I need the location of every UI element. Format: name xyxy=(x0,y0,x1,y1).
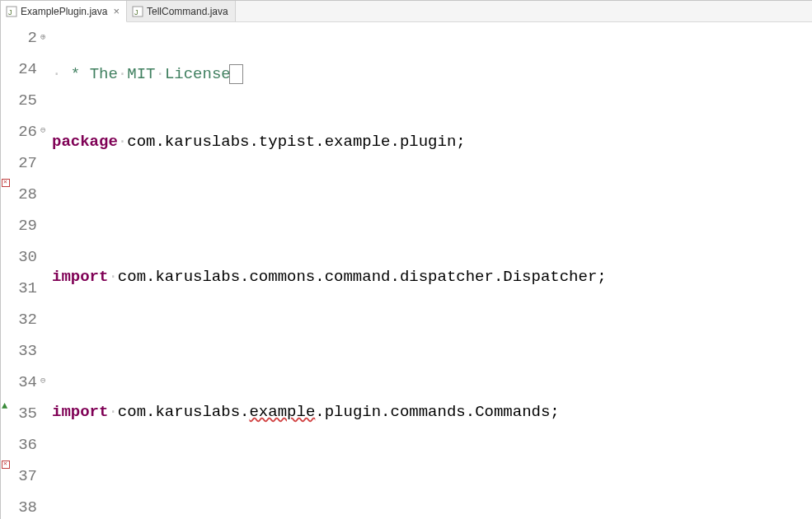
line-number: 32 xyxy=(12,304,37,335)
line-number: 34 xyxy=(12,367,37,398)
svg-text:J: J xyxy=(8,8,12,16)
fold-collapse-icon[interactable]: ⊖ xyxy=(40,124,46,135)
fold-collapse-icon[interactable]: ⊖ xyxy=(40,375,46,386)
close-icon[interactable]: × xyxy=(113,6,120,16)
java-file-icon: J xyxy=(6,6,17,17)
line-number: 31 xyxy=(12,273,37,304)
line-number: 2 xyxy=(12,22,37,54)
marker-bar: ▲ xyxy=(1,22,12,519)
fold-column: ⊕ ⊖ ⊖ xyxy=(40,22,50,519)
code-line xyxy=(52,329,812,360)
line-number: 29 xyxy=(12,210,37,241)
line-number: 33 xyxy=(12,335,37,367)
tab-tell-command[interactable]: J TellCommand.java xyxy=(127,1,236,21)
code-line: import·com.karuslabs.commons.command.dis… xyxy=(52,261,812,292)
line-number: 30 xyxy=(12,241,37,273)
line-number: 36 xyxy=(12,429,37,461)
tab-label: TellCommand.java xyxy=(147,6,228,17)
line-number-gutter: 2 24 25 26 27 28 29 30 31 32 33 34 35 36… xyxy=(12,22,40,519)
code-line: import·com.karuslabs.example.plugin.comm… xyxy=(52,396,812,428)
line-number: 24 xyxy=(12,54,37,85)
java-file-icon: J xyxy=(132,6,143,17)
line-number: 28 xyxy=(12,179,37,210)
tab-example-plugin[interactable]: J ExamplePlugin.java × xyxy=(1,1,127,22)
svg-text:J: J xyxy=(134,8,138,16)
code-line xyxy=(52,194,812,225)
code-line: package·com.karuslabs.typist.example.plu… xyxy=(52,126,812,157)
line-number: 27 xyxy=(12,147,37,179)
line-number: 35 xyxy=(12,398,37,429)
line-number: 25 xyxy=(12,85,37,116)
error-marker[interactable] xyxy=(2,461,12,470)
code-area[interactable]: · * The·MIT·License package·com.karuslab… xyxy=(50,22,812,519)
editor-tabs: J ExamplePlugin.java × J TellCommand.jav… xyxy=(1,1,812,22)
override-marker[interactable]: ▲ xyxy=(2,400,12,410)
code-line: · * The·MIT·License xyxy=(52,58,812,90)
code-line xyxy=(52,464,812,495)
tab-label: ExamplePlugin.java xyxy=(21,6,107,17)
error-marker[interactable] xyxy=(2,179,12,189)
fold-expand-icon[interactable]: ⊕ xyxy=(40,31,46,42)
line-number: 38 xyxy=(12,492,37,519)
code-editor[interactable]: ▲ 2 24 25 26 27 28 29 30 31 32 33 34 35 … xyxy=(1,22,812,519)
line-number: 37 xyxy=(12,461,37,492)
line-number: 26 xyxy=(12,116,37,147)
